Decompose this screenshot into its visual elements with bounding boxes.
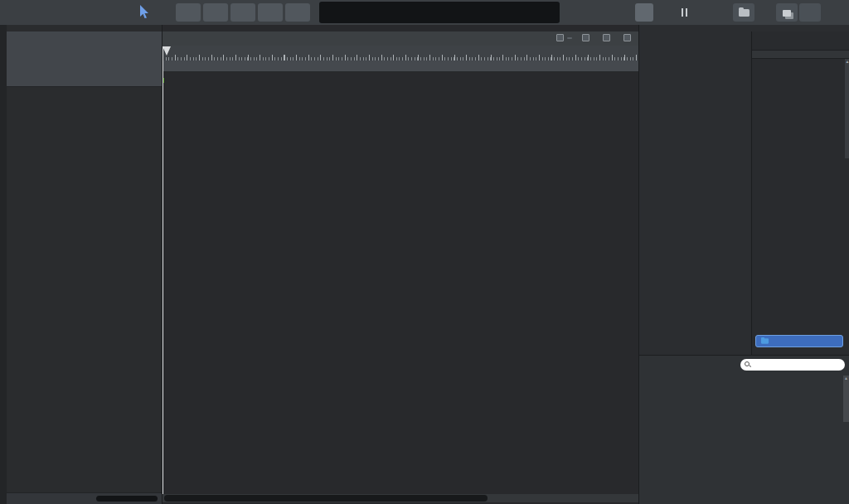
record-button[interactable] <box>285 3 310 22</box>
chunks-toolbar <box>644 359 669 372</box>
file-browser: ▲ <box>751 32 849 355</box>
right-sidebar: ▲ ▲ <box>638 25 849 504</box>
browser-toolbar <box>752 33 849 46</box>
track-list-panel <box>7 25 162 504</box>
layers-icon <box>783 10 791 17</box>
playhead[interactable] <box>163 46 163 494</box>
search-icon <box>745 361 750 366</box>
view-pianoroll-button[interactable] <box>655 3 673 22</box>
transport-mode-cluster <box>567 2 622 23</box>
pointer-tool-icon[interactable] <box>139 5 150 22</box>
name-column-header[interactable] <box>752 50 849 59</box>
top-toolbar <box>0 0 849 26</box>
grid-settings-bar <box>553 34 634 41</box>
timeline-header <box>163 32 639 46</box>
view-wheel-button[interactable] <box>695 3 713 22</box>
chunks-panel: ▲ <box>639 355 849 504</box>
chunks-search-input[interactable] <box>740 359 845 371</box>
rel-checkbox[interactable] <box>623 34 631 41</box>
marker-layer-checkbox[interactable] <box>603 34 610 41</box>
view-tracks-button[interactable] <box>635 3 653 22</box>
sequence-timeline <box>162 25 639 504</box>
grid-checkbox[interactable] <box>556 34 564 41</box>
grid-mode-select[interactable] <box>567 37 572 39</box>
marker-row[interactable] <box>163 61 639 72</box>
blue-layer-swatch[interactable] <box>593 35 599 41</box>
chunks-scrollbar[interactable]: ▲ <box>843 376 849 422</box>
folder-icon <box>739 9 750 17</box>
folder-icon <box>761 338 769 343</box>
waveform-editor-button[interactable] <box>756 3 774 22</box>
track-panel-header <box>7 32 162 87</box>
playhead-marker[interactable] <box>163 46 171 56</box>
time-display-panel <box>319 2 560 23</box>
yellow-layer-swatch[interactable] <box>614 35 620 41</box>
rewind-button[interactable] <box>176 3 201 22</box>
view-mixer-button[interactable] <box>675 3 693 22</box>
content-browser-tree <box>639 32 751 355</box>
notation-button[interactable] <box>799 3 821 22</box>
browser-scrollbar[interactable]: ▲ <box>845 59 849 158</box>
bar-ruler[interactable] <box>163 46 639 61</box>
digital-performer-window: ▲ ▲ <box>0 0 849 504</box>
clippings-window-button[interactable] <box>776 3 798 22</box>
selected-place-button[interactable] <box>755 335 843 347</box>
left-rail <box>0 25 7 504</box>
horizontal-scrollbar[interactable] <box>96 496 158 502</box>
timeline-scrollbar[interactable] <box>163 494 639 502</box>
file-browser-button[interactable] <box>733 3 754 22</box>
track-panel-footer <box>7 492 162 504</box>
edit-layer-checkbox[interactable] <box>582 34 589 41</box>
play-button[interactable] <box>258 3 283 22</box>
stop-button[interactable] <box>230 3 255 22</box>
fast-forward-button[interactable] <box>203 3 228 22</box>
